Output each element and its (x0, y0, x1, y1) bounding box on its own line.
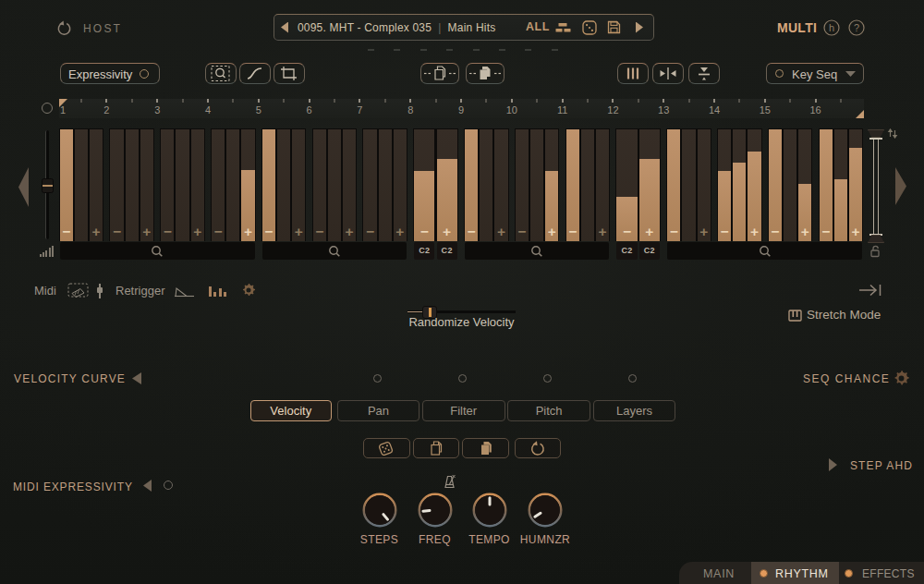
svg-text:h: h (829, 22, 834, 33)
svg-text:?: ? (854, 22, 859, 33)
